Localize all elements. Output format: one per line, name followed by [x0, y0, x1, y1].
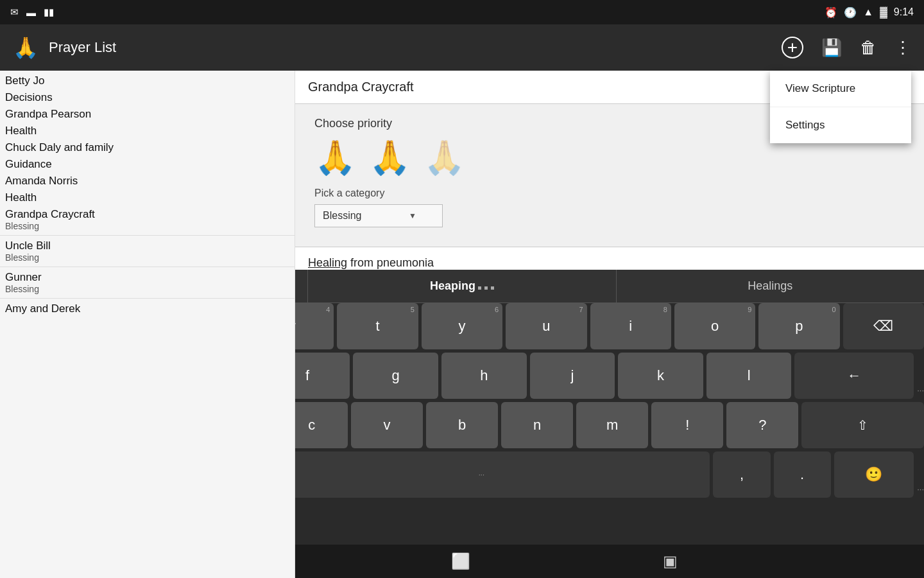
key-i[interactable]: 8i: [590, 303, 671, 349]
signal-icon: ▮▮: [44, 6, 54, 18]
row-4-ellipsis: ···: [917, 484, 924, 494]
list-item[interactable]: Amy and Derek: [0, 299, 295, 315]
category-dropdown[interactable]: Blessing ▼: [314, 204, 443, 227]
app-bar-actions: + 💾 🗑 ⋮: [782, 37, 911, 58]
key-f[interactable]: f: [295, 353, 350, 399]
keyboard-row-3: ⇧ z x c v b n m ! ? ⇧: [295, 402, 924, 448]
clock-icon: 🕐: [844, 6, 857, 19]
list-item[interactable]: Health: [0, 121, 295, 137]
message-icon: ✉: [10, 6, 19, 18]
key-o[interactable]: 9o: [674, 303, 755, 349]
status-bar: ✉ ▬ ▮▮ ⏰ 🕐 ▲ ▓ 9:14: [0, 0, 924, 24]
list-item[interactable]: Amanda Norris: [0, 171, 295, 188]
list-item[interactable]: Chuck Daly and family: [0, 137, 295, 154]
category-value: Blessing: [323, 210, 361, 222]
key-b[interactable]: b: [426, 402, 498, 448]
keyboard-area: Hearing Heaping Healings 1q 2w 3e 4r 5t: [295, 270, 924, 578]
key-n[interactable]: n: [501, 402, 573, 448]
list-item[interactable]: Decisions: [0, 87, 295, 104]
backspace-key[interactable]: ⌫: [843, 303, 924, 349]
key-j[interactable]: j: [530, 353, 615, 399]
key-t[interactable]: 5t: [337, 303, 418, 349]
key-c[interactable]: c: [295, 402, 348, 448]
keyboard-row-2: a s d f g h j k l ← ···: [295, 353, 924, 399]
wifi-icon: ▲: [863, 6, 873, 18]
list-item[interactable]: Betty Jo: [0, 71, 295, 87]
right-panel: Grandpa Craycraft Choose priority 🙏 🙏 🙏 …: [295, 71, 924, 578]
list-item[interactable]: Grandpa Pearson: [0, 104, 295, 121]
battery-icon: ▬: [26, 7, 36, 18]
suggestion-2[interactable]: Heaping: [308, 270, 616, 302]
main-content: Betty Jo Decisions Grandpa Pearson Healt…: [0, 71, 924, 578]
context-menu: View Scripture Settings: [770, 71, 911, 143]
spacebar-key[interactable]: ···: [295, 451, 710, 498]
recents-nav-button[interactable]: ▣: [663, 552, 678, 570]
time-display: 9:14: [894, 6, 914, 18]
list-item[interactable]: Gunner Blessing: [0, 267, 295, 299]
dropdown-arrow-icon: ▼: [409, 211, 416, 220]
key-v[interactable]: v: [351, 402, 423, 448]
status-bar-right: ⏰ 🕐 ▲ ▓ 9:14: [825, 6, 914, 19]
battery-status-icon: ▓: [880, 6, 887, 18]
list-item[interactable]: Health: [0, 188, 295, 204]
alarm-icon: ⏰: [825, 6, 837, 19]
priority-hand-3[interactable]: 🙏: [424, 138, 465, 177]
key-exclaim[interactable]: !: [651, 402, 723, 448]
key-k[interactable]: k: [618, 353, 703, 399]
settings-menu-item[interactable]: Settings: [770, 107, 911, 143]
priority-hand-1[interactable]: 🙏: [314, 138, 356, 177]
comma-key[interactable]: ,: [713, 451, 770, 498]
key-h[interactable]: h: [441, 353, 527, 399]
enter-key[interactable]: ←: [794, 353, 914, 399]
prayer-highlight-word: Healing: [308, 256, 347, 269]
key-m[interactable]: m: [576, 402, 648, 448]
add-button[interactable]: +: [782, 37, 803, 58]
key-l[interactable]: l: [706, 353, 792, 399]
prayer-text-rest: from pneumonia: [347, 256, 434, 269]
keyboard-row-1: 1q 2w 3e 4r 5t 6y 7u 8i 9o 0p ⌫: [295, 303, 924, 349]
status-bar-left: ✉ ▬ ▮▮: [10, 6, 54, 18]
key-r[interactable]: 4r: [295, 303, 334, 349]
list-item[interactable]: Guidance: [0, 154, 295, 171]
home-nav-button[interactable]: ⬜: [451, 552, 470, 570]
priority-hand-2[interactable]: 🙏: [369, 138, 411, 177]
prayer-list-sidebar: Betty Jo Decisions Grandpa Pearson Healt…: [0, 71, 295, 578]
suggestion-1[interactable]: Hearing: [295, 270, 308, 302]
suggestion-3[interactable]: Healings: [617, 270, 924, 302]
priority-label: Choose priority: [314, 117, 392, 130]
app-title: Prayer List: [49, 39, 771, 56]
key-question[interactable]: ?: [726, 402, 798, 448]
app-logo: 🙏: [13, 35, 38, 60]
save-button[interactable]: 💾: [821, 38, 842, 58]
list-item[interactable]: Uncle Bill Blessing: [0, 236, 295, 267]
period-key[interactable]: .: [774, 451, 831, 498]
suggestion-bar: Hearing Heaping Healings: [295, 270, 924, 303]
emoji-key[interactable]: 🙂: [834, 451, 914, 498]
navigation-bar: ∨ ⬜ ▣: [295, 545, 924, 578]
delete-button[interactable]: 🗑: [860, 38, 877, 58]
key-p[interactable]: 0p: [758, 303, 839, 349]
list-item[interactable]: Grandpa Craycraft Blessing: [0, 204, 295, 236]
shift-key-right[interactable]: ⇧: [801, 402, 924, 448]
more-options-button[interactable]: ⋮: [894, 38, 911, 58]
priority-hands: 🙏 🙏 🙏: [314, 138, 465, 177]
view-scripture-menu-item[interactable]: View Scripture: [770, 71, 911, 107]
key-g[interactable]: g: [353, 353, 438, 399]
app-bar: 🙏 Prayer List + 💾 🗑 ⋮ View Scripture Set…: [0, 24, 924, 71]
keyboard-row-4: ?123 🎤 / ··· , . 🙂 ···: [295, 451, 924, 498]
key-y[interactable]: 6y: [422, 303, 502, 349]
key-u[interactable]: 7u: [506, 303, 586, 349]
pick-category-label: Pick a category: [314, 188, 384, 199]
row-ellipsis: ···: [917, 385, 924, 395]
